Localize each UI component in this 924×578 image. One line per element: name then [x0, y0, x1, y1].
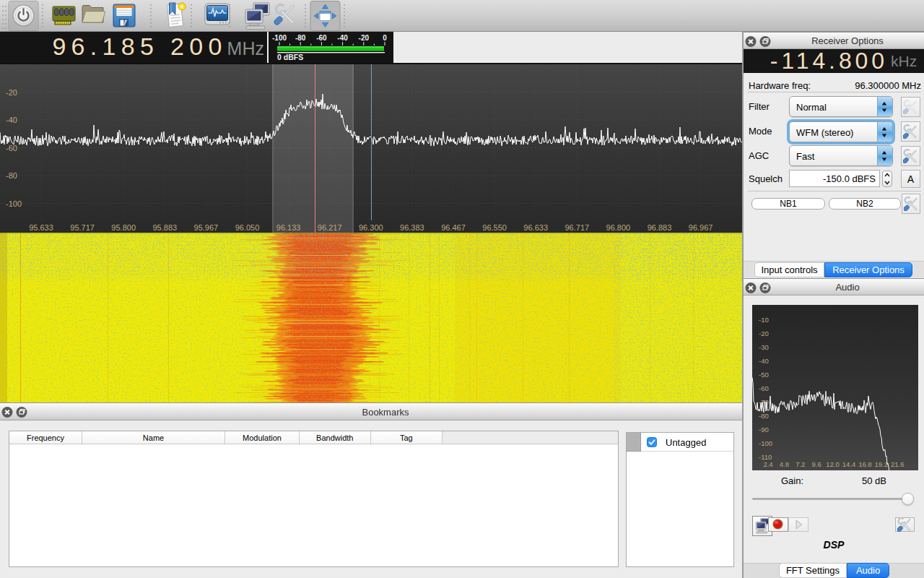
svg-text:9.6: 9.6 — [812, 460, 821, 468]
svg-text:-30: -30 — [759, 343, 769, 351]
svg-text:-60: -60 — [316, 34, 327, 42]
svg-text:-20: -20 — [6, 88, 17, 97]
svg-text:96.467: 96.467 — [441, 223, 466, 232]
svg-text:14.4: 14.4 — [842, 460, 856, 468]
svg-text:-90: -90 — [759, 426, 769, 434]
svg-text:96.717: 96.717 — [565, 223, 589, 232]
svg-text:96.133: 96.133 — [276, 223, 301, 232]
svg-text:-80: -80 — [295, 34, 306, 42]
svg-text:-20: -20 — [759, 329, 769, 337]
svg-text:21.6: 21.6 — [891, 460, 905, 468]
svg-text:-10: -10 — [759, 316, 769, 324]
svg-text:96.217: 96.217 — [318, 223, 342, 232]
svg-text:96.967: 96.967 — [689, 223, 713, 232]
svg-text:-60: -60 — [6, 144, 17, 152]
svg-text:-60: -60 — [759, 384, 769, 392]
svg-text:-80: -80 — [6, 171, 17, 180]
svg-text:12.0: 12.0 — [826, 460, 840, 468]
svg-text:16.8: 16.8 — [858, 460, 872, 468]
svg-text:7.2: 7.2 — [796, 460, 805, 468]
svg-text:-40: -40 — [6, 116, 17, 124]
svg-text:-80: -80 — [759, 412, 769, 420]
svg-text:-100: -100 — [272, 34, 287, 42]
svg-text:95.633: 95.633 — [29, 223, 53, 232]
svg-text:19.2: 19.2 — [875, 460, 889, 468]
svg-text:-20: -20 — [359, 34, 370, 42]
svg-text:95.883: 95.883 — [152, 223, 177, 232]
svg-text:0 dBFS: 0 dBFS — [277, 53, 303, 61]
svg-text:-40: -40 — [337, 34, 348, 42]
svg-text:95.800: 95.800 — [111, 223, 136, 232]
svg-text:96.633: 96.633 — [523, 223, 548, 232]
svg-text:0: 0 — [383, 34, 387, 42]
svg-text:-100: -100 — [6, 199, 22, 208]
svg-text:4.8: 4.8 — [780, 460, 789, 468]
svg-text:95.967: 95.967 — [194, 223, 219, 232]
svg-text:-50: -50 — [759, 371, 769, 379]
svg-text:95.717: 95.717 — [70, 223, 95, 232]
svg-text:2.4: 2.4 — [763, 460, 772, 468]
svg-text:96.300: 96.300 — [359, 223, 383, 232]
svg-text:96.800: 96.800 — [606, 223, 631, 232]
svg-text:-40: -40 — [759, 357, 769, 365]
svg-text:-100: -100 — [759, 439, 772, 447]
svg-text:96.550: 96.550 — [482, 223, 507, 232]
svg-text:96.883: 96.883 — [648, 223, 672, 232]
svg-text:96.383: 96.383 — [400, 223, 424, 232]
svg-text:96.050: 96.050 — [235, 223, 260, 232]
